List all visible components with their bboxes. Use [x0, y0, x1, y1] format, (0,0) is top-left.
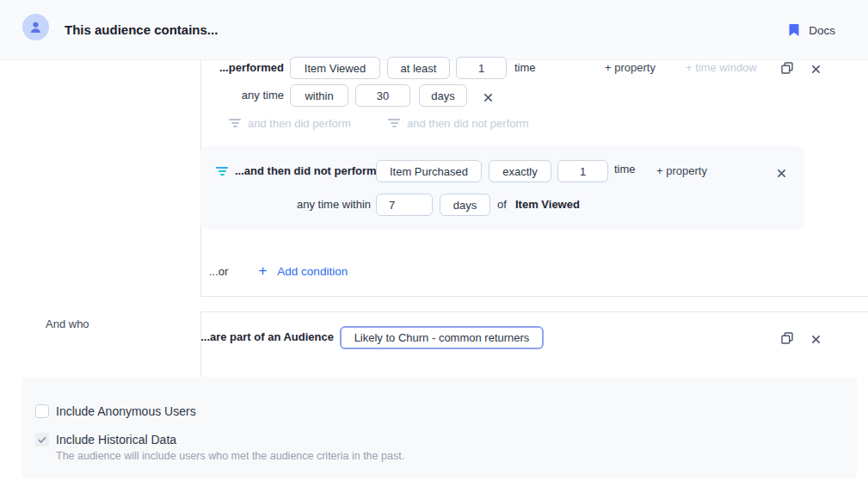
or-label: ...or	[209, 265, 228, 278]
funnel-icon	[388, 119, 400, 127]
audience-condition-label: ...are part of an Audience	[188, 326, 334, 348]
check-icon	[37, 434, 47, 445]
add-property-button[interactable]: + property	[605, 57, 656, 79]
then-did-not-perform-label: and then did not perform	[407, 117, 529, 130]
header: This audience contains... Docs	[0, 0, 868, 60]
remove-time-window-button[interactable]	[481, 90, 495, 104]
add-time-window-button[interactable]: + time window	[686, 57, 757, 79]
count-input[interactable]	[456, 57, 507, 79]
time-suffix-label: time	[514, 57, 536, 79]
remove-condition-button[interactable]	[809, 62, 822, 76]
time-comparator-select[interactable]: within	[290, 84, 348, 107]
copy-icon	[780, 61, 794, 75]
avatar	[22, 14, 49, 40]
close-icon	[811, 65, 821, 74]
docs-button[interactable]: Docs	[788, 0, 835, 60]
sequence-time-suffix: time	[614, 158, 636, 181]
audience-select-input[interactable]	[340, 326, 544, 349]
include-historical-description: The audience will include users who met …	[56, 450, 404, 462]
remove-sequence-button[interactable]	[774, 166, 788, 180]
sequence-window-unit-select[interactable]: days	[440, 194, 490, 216]
plus-icon: +	[258, 262, 267, 280]
user-icon	[28, 20, 43, 34]
sequence-add-property-button[interactable]: + property	[656, 160, 707, 182]
of-label: of	[497, 194, 507, 216]
funnel-icon	[216, 167, 228, 176]
time-unit-select[interactable]: days	[419, 84, 467, 107]
include-historical-checkbox[interactable]	[35, 433, 49, 447]
add-condition-button[interactable]: Add condition	[277, 265, 348, 278]
docs-label: Docs	[809, 24, 835, 37]
or-row: ...or + Add condition	[209, 260, 348, 282]
any-time-label: any time	[198, 84, 284, 107]
close-icon	[777, 169, 786, 178]
time-value-input[interactable]	[355, 84, 410, 107]
sequence-event-select[interactable]: Item Purchased	[376, 160, 482, 182]
event-select[interactable]: Item Viewed	[290, 57, 380, 79]
sequence-window-label: any time within	[258, 194, 371, 216]
bookmark-icon	[788, 23, 800, 37]
and-who-label: And who	[46, 317, 89, 330]
options-panel	[22, 377, 857, 478]
then-did-perform-button[interactable]: and then did perform	[229, 116, 351, 130]
funnel-icon	[229, 119, 241, 127]
of-event-label: Item Viewed	[515, 194, 580, 216]
include-anonymous-checkbox[interactable]	[35, 404, 49, 418]
then-did-not-perform-button[interactable]: and then did not perform	[388, 116, 529, 130]
close-icon	[811, 335, 821, 344]
audience-builder-page: This audience contains... Docs ...perfor…	[0, 0, 868, 499]
then-did-perform-label: and then did perform	[248, 117, 351, 130]
copy-icon	[780, 331, 794, 345]
duplicate-audience-condition-button[interactable]	[780, 331, 794, 345]
include-anonymous-label: Include Anonymous Users	[56, 404, 196, 418]
remove-audience-condition-button[interactable]	[809, 332, 822, 346]
include-historical-label: Include Historical Data	[56, 433, 176, 447]
sequence-operator-select[interactable]: exactly	[489, 160, 551, 182]
operator-select[interactable]: at least	[387, 57, 450, 79]
duplicate-condition-button[interactable]	[780, 61, 794, 75]
page-title: This audience contains...	[65, 0, 218, 60]
sequence-count-input[interactable]	[557, 160, 608, 182]
sequence-window-input[interactable]	[376, 194, 433, 216]
performed-label: ...performed	[155, 57, 284, 79]
close-icon	[483, 93, 493, 102]
sequence-subgroup	[200, 146, 804, 230]
sequence-label: ...and then did not perform	[235, 160, 377, 182]
